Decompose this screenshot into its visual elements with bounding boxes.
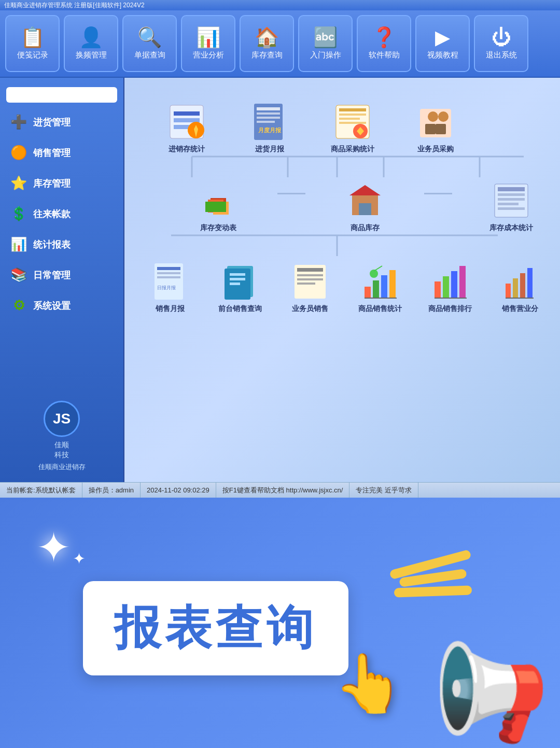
sidebar-label-tj: 统计报表 (33, 238, 71, 251)
svg-rect-15 (339, 122, 366, 124)
fc-label-kccb: 库存成本统计 (489, 223, 533, 233)
banner-main-text: 报表查询 (114, 602, 317, 654)
fc-item-spkc[interactable]: 商品库存 (337, 180, 393, 233)
sidebar-label-kc: 库存管理 (33, 177, 71, 190)
toolbar-btn-kc[interactable]: 🏠 库存查询 (240, 15, 294, 72)
banner-text-box[interactable]: 报表查询 (83, 581, 348, 675)
sidebar-search-box[interactable] (6, 87, 117, 103)
fc-label-kcbd: 库存变动表 (200, 223, 236, 233)
toolbar-btn-yy[interactable]: 📊 营业分析 (181, 15, 235, 72)
svg-rect-7 (257, 112, 280, 115)
sidebar-item-wl[interactable]: 💲 往来帐款 (0, 199, 123, 229)
title-bar: 佳顺商业进销存管理系统 注册版[佳顺软件] 2024V2 (0, 0, 560, 10)
fc-item-spstat[interactable]: 商品销售统计 (346, 261, 414, 314)
status-help: 按F1键查看帮助文档 http://www.jsjxc.cn/ (216, 483, 350, 498)
toolbar-icon-dd: 🔍 (137, 27, 162, 47)
sidebar-item-xt[interactable]: ⚙ 系统设置 (0, 290, 123, 321)
svg-rect-8 (257, 117, 280, 119)
sidebar-icon-xs: 🟠 (10, 145, 27, 161)
sidebar-item-tj[interactable]: 📊 统计报表 (0, 229, 123, 260)
fc-icon-qtxs (219, 261, 261, 302)
fc-item-cgstat[interactable]: 商品采购统计 (311, 101, 394, 154)
svg-rect-48 (157, 272, 180, 274)
svg-rect-21 (436, 124, 446, 134)
status-slogan: 专注完美 近乎苛求 (349, 483, 418, 498)
fc-item-ywxs[interactable]: 业务员销售 (276, 261, 344, 314)
fc-item-kccb[interactable]: 库存成本统计 (483, 180, 539, 233)
toolbar-label-kc: 库存查询 (251, 50, 283, 60)
fc-icon-spkc (344, 180, 386, 221)
svg-rect-1 (174, 111, 200, 116)
sidebar-item-kc[interactable]: ⭐ 库存管理 (0, 168, 123, 199)
sidebar-search-input[interactable] (10, 91, 113, 99)
fc-label-spstat: 商品销售统计 (358, 304, 402, 314)
toolbar-btn-pz[interactable]: 📋 便笺记录 (5, 15, 60, 72)
flowchart-row-3: 日报月报 销售月报 前台销售查询 业务员销售 商品销售统计 商品销售排行 销售营… (130, 261, 555, 314)
toolbar-btn-rj[interactable]: ❓ 软件帮助 (357, 15, 411, 72)
fc-item-sycg[interactable]: 业务员采购 (394, 101, 477, 154)
svg-rect-38 (498, 193, 525, 196)
svg-rect-31 (205, 202, 216, 212)
sidebar-label-jh: 进货管理 (33, 116, 71, 129)
fc-icon-xsyb: 日报月报 (149, 261, 191, 302)
fc-item-xsyb[interactable]: 日报月报 销售月报 (136, 261, 204, 314)
fc-row3-wrapper-xsyye: 销售营业分 (485, 261, 555, 314)
svg-point-19 (438, 111, 449, 122)
svg-rect-54 (230, 278, 245, 280)
svg-rect-49 (157, 276, 180, 278)
sidebar: ➕ 进货管理 🟠 销售管理 ⭐ 库存管理 💲 往来帐款 📊 统计报表 📚 日常管… (0, 78, 124, 482)
svg-rect-71 (459, 266, 466, 298)
fc-item-jxs[interactable]: 进销存统计 (145, 101, 228, 154)
toolbar-icon-rj: ❓ (372, 27, 396, 47)
svg-text:日报月报: 日报月报 (157, 285, 176, 290)
svg-rect-64 (389, 270, 396, 298)
v-connector-2 (130, 233, 555, 261)
main-layout: ➕ 进货管理 🟠 销售管理 ⭐ 库存管理 💲 往来帐款 📊 统计报表 📚 日常管… (0, 78, 560, 482)
toolbar-btn-tc[interactable]: ⏻ 退出系统 (474, 15, 528, 72)
fc-item-xsyye[interactable]: 销售营业分 (486, 261, 554, 314)
svg-rect-32 (216, 202, 226, 212)
logo-icon: JS (44, 401, 80, 437)
toolbar-btn-rm[interactable]: 🔤 入门操作 (298, 15, 353, 72)
fc-label-ywxs: 业务员销售 (292, 304, 328, 314)
toolbar-btn-hp[interactable]: 👤 换频管理 (64, 15, 118, 72)
svg-rect-14 (339, 118, 360, 120)
fc-item-jhr[interactable]: 月度月报 进货月报 (228, 101, 311, 154)
toolbar-label-rj: 软件帮助 (369, 50, 400, 60)
fc-row3-wrapper-ywxs: 业务员销售 (275, 261, 345, 314)
sidebar-item-rc[interactable]: 📚 日常管理 (0, 260, 123, 290)
toolbar-icon-hp: 👤 (79, 27, 103, 47)
svg-text:月度月报: 月度月报 (258, 127, 282, 133)
status-account: 当前帐套:系统默认帐套 (0, 483, 82, 498)
toolbar: 📋 便笺记录 👤 换频管理 🔍 单据查询 📊 营业分析 🏠 库存查询 🔤 入门操… (0, 10, 560, 78)
fc-icon-ywxs (289, 261, 331, 302)
svg-rect-74 (513, 278, 518, 298)
svg-rect-73 (506, 284, 511, 298)
svg-rect-9 (257, 121, 275, 123)
connector-svg-1 (145, 154, 555, 180)
svg-rect-37 (498, 187, 525, 191)
svg-rect-62 (373, 280, 379, 298)
toolbar-label-tc: 退出系统 (486, 50, 517, 60)
toolbar-label-sp: 视频教程 (427, 50, 458, 60)
svg-rect-63 (381, 275, 387, 298)
fc-label-xsyye: 销售营业分 (502, 304, 538, 314)
svg-rect-35 (359, 203, 371, 215)
toolbar-label-rm: 入门操作 (310, 50, 341, 60)
toolbar-label-pz: 便笺记录 (17, 50, 48, 60)
sidebar-item-jh[interactable]: ➕ 进货管理 (0, 107, 123, 137)
fc-item-qtxs[interactable]: 前台销售查询 (206, 261, 274, 314)
fc-item-sppj[interactable]: 商品销售排行 (416, 261, 484, 314)
arrow-rays-icon (389, 560, 472, 596)
fc-item-kcbd[interactable]: 库存变动表 (190, 180, 246, 233)
svg-rect-6 (257, 107, 280, 110)
flowchart-row-1: 进销存统计 月度月报 进货月报 商品采购统计 业务员采购 (130, 88, 555, 154)
sidebar-icon-xt: ⚙ (10, 298, 27, 314)
svg-rect-55 (230, 283, 240, 285)
main-content: 进销存统计 月度月报 进货月报 商品采购统计 业务员采购 (124, 78, 560, 482)
sidebar-item-xs[interactable]: 🟠 销售管理 (0, 137, 123, 168)
toolbar-btn-sp[interactable]: ▶ 视频教程 (415, 15, 470, 72)
fc-label-spkc: 商品库存 (351, 223, 380, 233)
toolbar-btn-dd[interactable]: 🔍 单据查询 (122, 15, 177, 72)
fc-row3-wrapper-xsyb: 日报月报 销售月报 (135, 261, 205, 314)
